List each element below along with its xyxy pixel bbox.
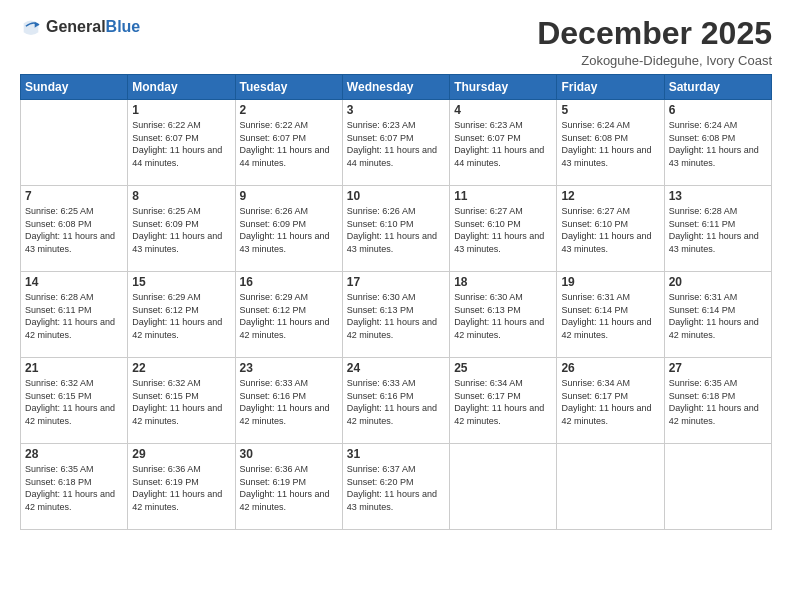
- calendar-cell: 9Sunrise: 6:26 AM Sunset: 6:09 PM Daylig…: [235, 186, 342, 272]
- calendar-cell: [557, 444, 664, 530]
- day-number: 17: [347, 275, 445, 289]
- calendar-week-row: 1Sunrise: 6:22 AM Sunset: 6:07 PM Daylig…: [21, 100, 772, 186]
- calendar-cell: 19Sunrise: 6:31 AM Sunset: 6:14 PM Dayli…: [557, 272, 664, 358]
- calendar-cell: 20Sunrise: 6:31 AM Sunset: 6:14 PM Dayli…: [664, 272, 771, 358]
- header-monday: Monday: [128, 75, 235, 100]
- day-number: 19: [561, 275, 659, 289]
- cell-info: Sunrise: 6:31 AM Sunset: 6:14 PM Dayligh…: [669, 291, 767, 341]
- cell-info: Sunrise: 6:29 AM Sunset: 6:12 PM Dayligh…: [240, 291, 338, 341]
- calendar-cell: 4Sunrise: 6:23 AM Sunset: 6:07 PM Daylig…: [450, 100, 557, 186]
- header-sunday: Sunday: [21, 75, 128, 100]
- cell-info: Sunrise: 6:36 AM Sunset: 6:19 PM Dayligh…: [132, 463, 230, 513]
- cell-info: Sunrise: 6:32 AM Sunset: 6:15 PM Dayligh…: [132, 377, 230, 427]
- cell-info: Sunrise: 6:35 AM Sunset: 6:18 PM Dayligh…: [669, 377, 767, 427]
- calendar-week-row: 21Sunrise: 6:32 AM Sunset: 6:15 PM Dayli…: [21, 358, 772, 444]
- calendar-cell: 6Sunrise: 6:24 AM Sunset: 6:08 PM Daylig…: [664, 100, 771, 186]
- calendar-header-row: Sunday Monday Tuesday Wednesday Thursday…: [21, 75, 772, 100]
- calendar-week-row: 28Sunrise: 6:35 AM Sunset: 6:18 PM Dayli…: [21, 444, 772, 530]
- calendar-cell: 30Sunrise: 6:36 AM Sunset: 6:19 PM Dayli…: [235, 444, 342, 530]
- day-number: 5: [561, 103, 659, 117]
- header-wednesday: Wednesday: [342, 75, 449, 100]
- day-number: 11: [454, 189, 552, 203]
- calendar-cell: 29Sunrise: 6:36 AM Sunset: 6:19 PM Dayli…: [128, 444, 235, 530]
- calendar-week-row: 7Sunrise: 6:25 AM Sunset: 6:08 PM Daylig…: [21, 186, 772, 272]
- day-number: 1: [132, 103, 230, 117]
- day-number: 9: [240, 189, 338, 203]
- month-title: December 2025: [537, 16, 772, 51]
- cell-info: Sunrise: 6:32 AM Sunset: 6:15 PM Dayligh…: [25, 377, 123, 427]
- day-number: 6: [669, 103, 767, 117]
- day-number: 14: [25, 275, 123, 289]
- day-number: 4: [454, 103, 552, 117]
- calendar-cell: 21Sunrise: 6:32 AM Sunset: 6:15 PM Dayli…: [21, 358, 128, 444]
- logo-blue: Blue: [106, 18, 141, 36]
- cell-info: Sunrise: 6:33 AM Sunset: 6:16 PM Dayligh…: [240, 377, 338, 427]
- day-number: 31: [347, 447, 445, 461]
- cell-info: Sunrise: 6:30 AM Sunset: 6:13 PM Dayligh…: [347, 291, 445, 341]
- calendar-cell: 10Sunrise: 6:26 AM Sunset: 6:10 PM Dayli…: [342, 186, 449, 272]
- day-number: 12: [561, 189, 659, 203]
- cell-info: Sunrise: 6:34 AM Sunset: 6:17 PM Dayligh…: [454, 377, 552, 427]
- cell-info: Sunrise: 6:37 AM Sunset: 6:20 PM Dayligh…: [347, 463, 445, 513]
- day-number: 20: [669, 275, 767, 289]
- calendar-cell: 25Sunrise: 6:34 AM Sunset: 6:17 PM Dayli…: [450, 358, 557, 444]
- calendar-cell: 12Sunrise: 6:27 AM Sunset: 6:10 PM Dayli…: [557, 186, 664, 272]
- calendar-cell: 18Sunrise: 6:30 AM Sunset: 6:13 PM Dayli…: [450, 272, 557, 358]
- day-number: 8: [132, 189, 230, 203]
- page: General Blue December 2025 Zokoguhe-Dide…: [0, 0, 792, 612]
- title-area: December 2025 Zokoguhe-Dideguhe, Ivory C…: [537, 16, 772, 68]
- calendar-cell: 15Sunrise: 6:29 AM Sunset: 6:12 PM Dayli…: [128, 272, 235, 358]
- calendar-cell: 3Sunrise: 6:23 AM Sunset: 6:07 PM Daylig…: [342, 100, 449, 186]
- calendar-cell: 23Sunrise: 6:33 AM Sunset: 6:16 PM Dayli…: [235, 358, 342, 444]
- cell-info: Sunrise: 6:30 AM Sunset: 6:13 PM Dayligh…: [454, 291, 552, 341]
- cell-info: Sunrise: 6:22 AM Sunset: 6:07 PM Dayligh…: [132, 119, 230, 169]
- day-number: 21: [25, 361, 123, 375]
- calendar-cell: 13Sunrise: 6:28 AM Sunset: 6:11 PM Dayli…: [664, 186, 771, 272]
- calendar-cell: 8Sunrise: 6:25 AM Sunset: 6:09 PM Daylig…: [128, 186, 235, 272]
- cell-info: Sunrise: 6:29 AM Sunset: 6:12 PM Dayligh…: [132, 291, 230, 341]
- day-number: 27: [669, 361, 767, 375]
- calendar-cell: 7Sunrise: 6:25 AM Sunset: 6:08 PM Daylig…: [21, 186, 128, 272]
- calendar-cell: 14Sunrise: 6:28 AM Sunset: 6:11 PM Dayli…: [21, 272, 128, 358]
- day-number: 22: [132, 361, 230, 375]
- day-number: 25: [454, 361, 552, 375]
- cell-info: Sunrise: 6:23 AM Sunset: 6:07 PM Dayligh…: [347, 119, 445, 169]
- day-number: 15: [132, 275, 230, 289]
- calendar-cell: 11Sunrise: 6:27 AM Sunset: 6:10 PM Dayli…: [450, 186, 557, 272]
- cell-info: Sunrise: 6:31 AM Sunset: 6:14 PM Dayligh…: [561, 291, 659, 341]
- day-number: 26: [561, 361, 659, 375]
- calendar-cell: [664, 444, 771, 530]
- logo-text: General Blue: [46, 18, 140, 36]
- day-number: 18: [454, 275, 552, 289]
- calendar-cell: 28Sunrise: 6:35 AM Sunset: 6:18 PM Dayli…: [21, 444, 128, 530]
- cell-info: Sunrise: 6:27 AM Sunset: 6:10 PM Dayligh…: [561, 205, 659, 255]
- cell-info: Sunrise: 6:25 AM Sunset: 6:09 PM Dayligh…: [132, 205, 230, 255]
- day-number: 10: [347, 189, 445, 203]
- cell-info: Sunrise: 6:36 AM Sunset: 6:19 PM Dayligh…: [240, 463, 338, 513]
- cell-info: Sunrise: 6:25 AM Sunset: 6:08 PM Dayligh…: [25, 205, 123, 255]
- calendar-cell: 31Sunrise: 6:37 AM Sunset: 6:20 PM Dayli…: [342, 444, 449, 530]
- calendar-cell: 1Sunrise: 6:22 AM Sunset: 6:07 PM Daylig…: [128, 100, 235, 186]
- day-number: 24: [347, 361, 445, 375]
- header: General Blue December 2025 Zokoguhe-Dide…: [20, 16, 772, 68]
- day-number: 7: [25, 189, 123, 203]
- cell-info: Sunrise: 6:28 AM Sunset: 6:11 PM Dayligh…: [669, 205, 767, 255]
- logo-icon: [20, 16, 42, 38]
- cell-info: Sunrise: 6:24 AM Sunset: 6:08 PM Dayligh…: [561, 119, 659, 169]
- calendar-week-row: 14Sunrise: 6:28 AM Sunset: 6:11 PM Dayli…: [21, 272, 772, 358]
- cell-info: Sunrise: 6:24 AM Sunset: 6:08 PM Dayligh…: [669, 119, 767, 169]
- calendar-cell: [21, 100, 128, 186]
- cell-info: Sunrise: 6:26 AM Sunset: 6:10 PM Dayligh…: [347, 205, 445, 255]
- cell-info: Sunrise: 6:23 AM Sunset: 6:07 PM Dayligh…: [454, 119, 552, 169]
- location-subtitle: Zokoguhe-Dideguhe, Ivory Coast: [537, 53, 772, 68]
- day-number: 16: [240, 275, 338, 289]
- logo: General Blue: [20, 16, 140, 38]
- calendar-cell: 27Sunrise: 6:35 AM Sunset: 6:18 PM Dayli…: [664, 358, 771, 444]
- cell-info: Sunrise: 6:26 AM Sunset: 6:09 PM Dayligh…: [240, 205, 338, 255]
- calendar-cell: 16Sunrise: 6:29 AM Sunset: 6:12 PM Dayli…: [235, 272, 342, 358]
- day-number: 13: [669, 189, 767, 203]
- calendar-table: Sunday Monday Tuesday Wednesday Thursday…: [20, 74, 772, 530]
- day-number: 3: [347, 103, 445, 117]
- logo-general: General: [46, 18, 106, 36]
- calendar-cell: [450, 444, 557, 530]
